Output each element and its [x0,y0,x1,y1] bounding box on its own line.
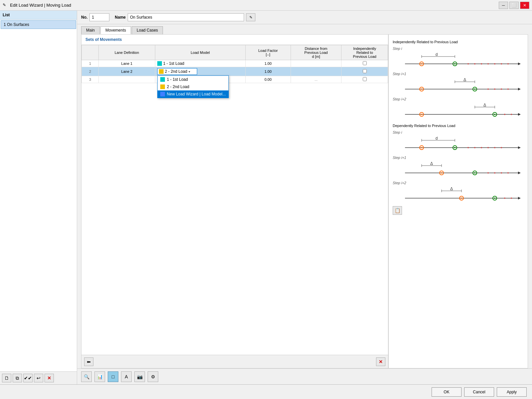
color-indicator [159,69,164,74]
svg-point-49 [421,147,422,148]
tab-load-cases[interactable]: Load Cases [132,26,163,34]
svg-point-55 [487,147,489,148]
uncheck-button[interactable]: ↩ [34,374,43,382]
row-no: 3 [82,76,99,83]
search-button[interactable]: 🔍 [81,371,92,382]
svg-point-71 [507,172,509,174]
color-indicator [157,61,162,66]
row-independently[interactable] [341,76,388,83]
maximize-button[interactable]: ⬜ [509,2,519,9]
right-area: No. Name ✎ Main Movements Load Cases [77,11,532,384]
svg-point-8 [454,63,456,65]
svg-point-82 [504,198,505,199]
svg-text:d: d [436,136,438,141]
row-distance: ... [291,76,341,83]
title-bar: ✎ Edit Load Wizard | Moving Load ─ ⬜ ✕ [0,0,532,11]
apply-button[interactable]: Apply [497,387,527,397]
row-independently[interactable] [341,67,388,76]
step-i1-label: Step i+1 [393,72,524,76]
svg-point-15 [507,63,509,65]
load-model-dropdown[interactable]: 2 - 2nd Load ▾ 1 - 1st Load [157,68,243,75]
row-distance [291,60,341,67]
svg-point-27 [494,88,495,90]
diagram-info-button[interactable]: 📋 [393,206,402,215]
step-i2-label: Step i+2 [393,97,524,101]
no-input[interactable] [89,13,109,21]
row-independently[interactable] [341,60,388,67]
ok-button[interactable]: OK [432,387,462,397]
list-item-on-surfaces[interactable]: 1 On Surfaces [1,20,76,29]
tab-main[interactable]: Main [81,26,100,34]
row-load-model[interactable]: 1 - 1st Load [155,60,245,67]
no-label: No. [81,15,87,20]
row-load-factor: 0.00 [245,76,291,83]
svg-point-69 [494,172,495,174]
svg-point-11 [481,63,482,65]
dropdown-option-2nd-load[interactable]: 2 - 2nd Load [158,83,228,90]
name-label: Name [115,15,126,20]
row-no: 2 [82,67,99,76]
svg-point-79 [461,198,462,199]
close-button[interactable]: ✕ [520,2,529,9]
svg-text:Δ: Δ [464,77,466,82]
list-item-name: On Surfaces [7,22,29,27]
svg-point-57 [501,147,502,148]
tabs-bar: Main Movements Load Cases [77,24,532,34]
bottom-toolbar: 🔍 📊 □ A 📷 ⚙ [77,368,532,384]
edit-name-button[interactable]: ✎ [246,13,255,21]
svg-point-53 [474,147,475,148]
svg-point-9 [467,63,469,65]
svg-marker-16 [518,63,521,65]
svg-marker-58 [518,146,521,149]
independently-checkbox[interactable] [363,77,367,81]
dropdown-option-new-model[interactable]: New Load Wizard | Load Model... [158,90,228,98]
svg-point-65 [441,172,442,174]
col-lane: Lane Definition [98,45,155,60]
row-load-model[interactable]: 2 - 2nd Load ▾ 1 - 1st Load [155,67,245,76]
row-distance [291,67,341,76]
load-model-value: 1 - 1st Load [163,61,184,66]
check-all-button[interactable]: ✔✔ [23,374,33,382]
svg-point-28 [501,88,502,90]
minimize-button[interactable]: ─ [499,2,508,9]
svg-point-37 [421,114,422,115]
row-lane: Lane 2 [98,67,155,76]
movements-table: Lane Definition Load Model Load Factor[-… [81,45,388,83]
add-row-button[interactable]: ⬅ [84,357,93,366]
svg-point-23 [421,88,422,90]
selected-value: 2 - 2nd Load [165,69,187,74]
tab-movements[interactable]: Movements [100,26,131,34]
svg-point-10 [474,63,475,65]
delete-button[interactable]: ✕ [45,374,54,382]
svg-point-12 [487,63,489,65]
delete-row-button[interactable]: ✕ [376,357,385,366]
option-color [160,77,165,82]
text-button[interactable]: A [121,371,132,382]
no-field: No. [81,13,109,21]
independently-checkbox[interactable] [363,61,367,65]
option-label: 2 - 2nd Load [167,84,189,89]
dropdown-option-1st-load[interactable]: 1 - 1st Load [158,76,228,83]
svg-point-40 [504,114,505,115]
svg-marker-72 [518,172,521,174]
independently-checkbox[interactable] [363,69,367,73]
col-load-factor: Load Factor[--] [245,45,291,60]
cancel-button[interactable]: Cancel [464,387,494,397]
table-button[interactable]: 📊 [94,371,105,382]
settings-button[interactable]: ⚙ [148,371,158,382]
copy-button[interactable]: ⧉ [13,374,22,382]
svg-marker-30 [518,88,521,90]
step-i2-diagram: Δ [393,102,524,120]
new-button[interactable]: 🗋 [2,374,11,382]
dropdown-select[interactable]: 2 - 2nd Load ▾ [157,68,197,75]
row-load-factor: 1.00 [245,60,291,67]
list-item-no: 1 [4,22,7,27]
svg-point-70 [501,172,502,174]
name-input[interactable] [128,13,244,21]
svg-point-41 [511,114,512,115]
camera-button[interactable]: 📷 [134,371,145,382]
step-i-diagram: d [393,52,524,69]
box-button[interactable]: □ [108,371,118,382]
dep-step-i2-diagram: Δ [393,186,524,203]
option-color [160,92,165,96]
